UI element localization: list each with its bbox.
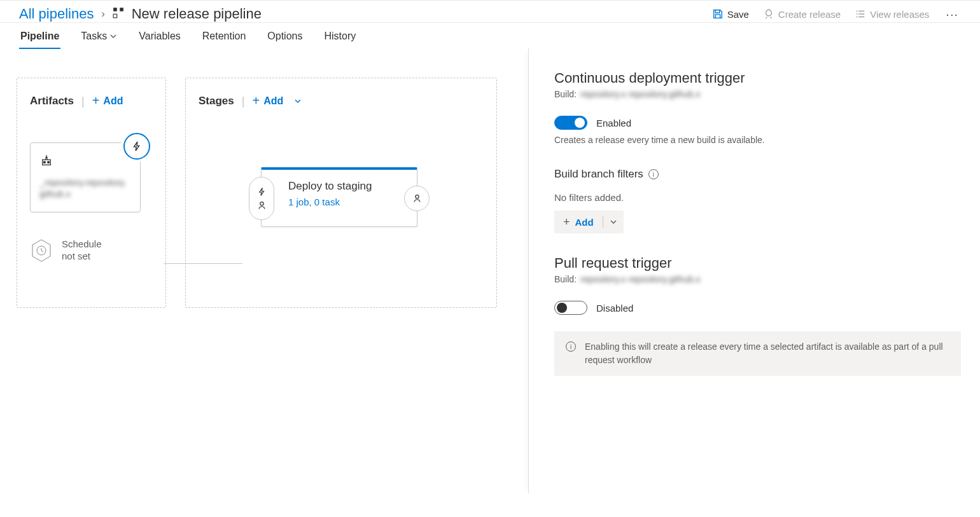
pr-toggle-state: Disabled <box>596 303 633 314</box>
build-value: repository.x repository.github.x <box>580 89 701 99</box>
side-panel: Continuous deployment trigger Build: rep… <box>528 48 980 493</box>
no-filters-text: No filters added. <box>554 192 961 203</box>
more-actions-icon[interactable]: ··· <box>943 7 961 22</box>
plus-icon: + <box>252 93 260 108</box>
plus-icon: + <box>92 93 100 108</box>
pr-info-box: i Enabling this will create a release ev… <box>554 331 961 376</box>
rocket-icon <box>763 8 774 20</box>
chevron-down-icon <box>109 32 117 40</box>
svg-point-7 <box>415 195 418 198</box>
svg-rect-0 <box>113 8 117 11</box>
add-filter-split-button: +Add <box>554 210 624 233</box>
tab-variables[interactable]: Variables <box>137 31 182 48</box>
tab-options[interactable]: Options <box>266 31 304 48</box>
tab-tasks[interactable]: Tasks <box>80 31 118 48</box>
stages-group: Stages | +Add Deploy to staging 1 job, 0… <box>185 78 497 308</box>
add-artifact-button[interactable]: +Add <box>92 93 123 108</box>
save-icon <box>712 8 724 20</box>
tabs: Pipeline Tasks Variables Retention Optio… <box>0 23 980 48</box>
page-title: New release pipeline <box>132 6 262 22</box>
artifact-card[interactable]: _repository.repository.github.x <box>30 142 141 212</box>
chevron-down-icon <box>294 97 302 105</box>
person-icon <box>257 200 267 210</box>
svg-rect-2 <box>113 14 117 18</box>
info-icon: i <box>566 341 576 352</box>
artifact-name: _repository.repository.github.x <box>39 177 131 200</box>
cd-toggle-state: Enabled <box>596 118 631 128</box>
pr-trigger-toggle[interactable] <box>554 301 587 315</box>
create-release-button: Create release <box>763 8 841 20</box>
view-releases-button: View releases <box>855 8 929 20</box>
stage-summary[interactable]: 1 job, 0 task <box>288 196 403 207</box>
info-icon[interactable]: i <box>648 169 659 179</box>
stages-title: Stages <box>199 95 234 107</box>
svg-rect-3 <box>43 162 45 163</box>
svg-rect-4 <box>48 162 50 163</box>
add-stage-button[interactable]: +Add <box>252 93 301 108</box>
svg-point-6 <box>260 202 263 205</box>
pr-trigger-title: Pull request trigger <box>554 255 961 272</box>
chevron-down-icon <box>610 218 617 226</box>
schedule-status[interactable]: Schedule not set <box>30 238 153 263</box>
artifacts-title: Artifacts <box>30 95 74 107</box>
post-deploy-conditions[interactable] <box>404 186 430 211</box>
tab-history[interactable]: History <box>323 31 357 48</box>
clock-hex-icon <box>30 238 53 263</box>
branch-filters-title: Build branch filters <box>554 168 643 181</box>
svg-rect-1 <box>120 8 123 11</box>
cd-trigger-toggle[interactable] <box>554 116 587 130</box>
save-button[interactable]: Save <box>712 8 749 20</box>
artifacts-group: Artifacts | +Add _repository.repository.… <box>17 78 166 308</box>
tab-pipeline[interactable]: Pipeline <box>19 31 60 48</box>
lightning-icon <box>257 187 267 196</box>
plus-icon: + <box>563 216 570 229</box>
stage-card[interactable]: Deploy to staging 1 job, 0 task <box>261 167 417 227</box>
cd-trigger-desc: Creates a release every time a new build… <box>554 135 961 145</box>
build-icon <box>39 153 131 170</box>
stage-name: Deploy to staging <box>288 180 403 193</box>
pipeline-icon <box>113 7 124 21</box>
list-icon <box>855 8 866 20</box>
pr-build-label: Build: <box>554 274 577 284</box>
add-filter-button[interactable]: +Add <box>554 210 603 233</box>
canvas: Artifacts | +Add _repository.repository.… <box>0 48 528 493</box>
add-filter-dropdown[interactable] <box>603 210 624 233</box>
breadcrumb-root[interactable]: All pipelines <box>19 6 94 22</box>
lightning-icon <box>131 141 143 152</box>
chevron-right-icon: › <box>101 8 104 20</box>
pr-build-value: repository.x repository.github.x <box>580 274 701 284</box>
tab-retention[interactable]: Retention <box>201 31 248 48</box>
pr-info-text: Enabling this will create a release ever… <box>585 340 949 367</box>
cd-trigger-title: Continuous deployment trigger <box>554 70 961 86</box>
header-bar: All pipelines › New release pipeline Sav… <box>0 0 980 23</box>
person-icon <box>412 193 422 203</box>
pre-deploy-conditions[interactable] <box>249 177 274 220</box>
build-label: Build: <box>554 89 577 99</box>
cd-trigger-badge[interactable] <box>123 133 150 160</box>
